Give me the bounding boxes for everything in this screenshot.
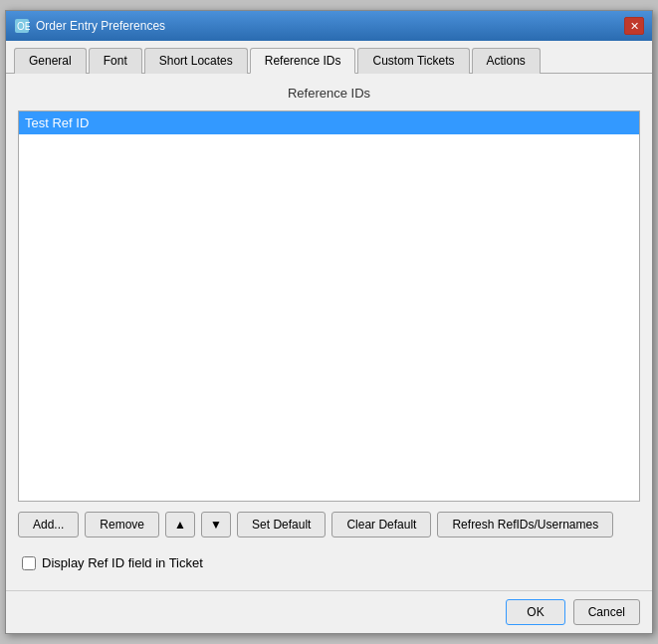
clear-default-button[interactable]: Clear Default [331, 512, 431, 537]
action-buttons-row: Add... Remove ▲ ▼ Set Default Clear Defa… [18, 512, 640, 537]
list-item[interactable]: Test Ref ID [19, 111, 639, 134]
tab-general[interactable]: General [14, 48, 87, 74]
section-title: Reference IDs [18, 86, 640, 101]
display-ref-id-checkbox[interactable] [22, 556, 36, 570]
checkbox-row: Display Ref ID field in Ticket [18, 547, 640, 578]
move-down-button[interactable]: ▼ [201, 512, 231, 537]
tab-custom-tickets[interactable]: Custom Tickets [357, 48, 469, 74]
bottom-bar: OK Cancel [6, 590, 652, 633]
move-up-button[interactable]: ▲ [165, 512, 195, 537]
title-bar: OE Order Entry Preferences ✕ [6, 11, 652, 41]
remove-button[interactable]: Remove [85, 512, 159, 537]
display-ref-id-label[interactable]: Display Ref ID field in Ticket [42, 555, 203, 570]
set-default-button[interactable]: Set Default [237, 512, 326, 537]
tab-font[interactable]: Font [89, 48, 142, 74]
ok-button[interactable]: OK [506, 599, 564, 625]
tab-bar: General Font Short Locates Reference IDs… [6, 41, 652, 74]
add-button[interactable]: Add... [18, 512, 79, 537]
cancel-button[interactable]: Cancel [573, 599, 640, 625]
svg-text:OE: OE [17, 21, 30, 32]
window: OE Order Entry Preferences ✕ General Fon… [5, 10, 653, 634]
tab-actions[interactable]: Actions [472, 48, 541, 74]
content-area: Reference IDs Test Ref ID Add... Remove … [6, 74, 652, 590]
close-button[interactable]: ✕ [624, 17, 644, 35]
app-icon: OE [14, 18, 30, 34]
tab-reference-ids[interactable]: Reference IDs [250, 48, 356, 74]
reference-ids-list[interactable]: Test Ref ID [18, 110, 640, 502]
window-title: Order Entry Preferences [36, 19, 624, 33]
tab-short-locates[interactable]: Short Locates [144, 48, 248, 74]
refresh-button[interactable]: Refresh RefIDs/Usernames [437, 512, 613, 537]
